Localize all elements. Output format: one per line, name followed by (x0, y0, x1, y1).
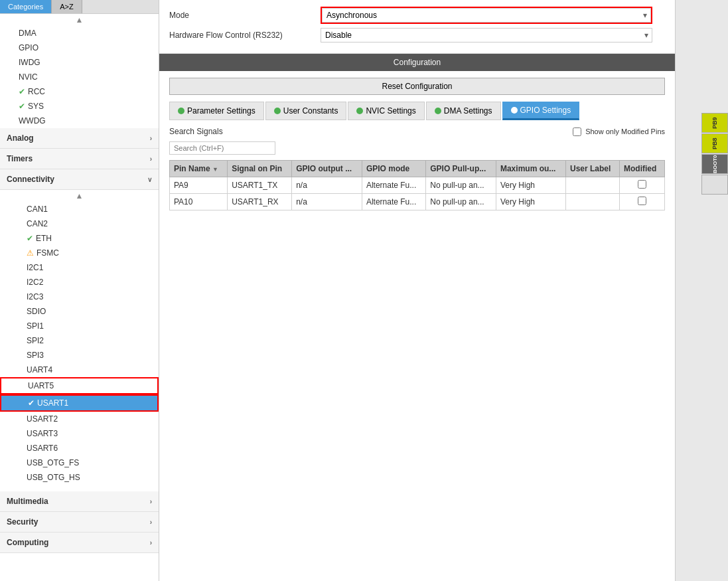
sidebar-item-can2[interactable]: CAN2 (0, 216, 159, 231)
col-gpio-pull[interactable]: GPIO Pull-up... (426, 161, 496, 177)
sidebar-item-sdio[interactable]: SDIO (0, 304, 159, 319)
sidebar-tab-bar: Categories A>Z (0, 0, 159, 14)
i2c1-label: I2C1 (27, 263, 43, 272)
timers-section-header[interactable]: Timers › (0, 149, 159, 169)
security-section-header[interactable]: Security › (0, 512, 159, 533)
gpio-tab-dot (511, 107, 518, 114)
rcc-check-icon: ✔ (19, 87, 25, 96)
connectivity-collapse-arrow[interactable]: ▲ (0, 190, 159, 202)
sidebar-item-eth[interactable]: ✔ ETH (0, 231, 159, 246)
sidebar-item-wwdg[interactable]: WWDG (0, 114, 159, 128)
hw-flow-select-wrapper: Disable (321, 28, 652, 42)
system-core-section: DMA GPIO IWDG NVIC ✔ RCC ✔ SYS WWDG (0, 26, 159, 128)
nvic-tab-label: NVIC Settings (366, 106, 415, 116)
sidebar-item-usb-otg-hs[interactable]: USB_OTG_HS (0, 470, 159, 485)
user-const-tab-dot (274, 108, 281, 114)
modified-checkbox-0[interactable] (638, 180, 646, 189)
hw-flow-row: Hardware Flow Control (RS232) Disable (169, 28, 665, 42)
sidebar-item-spi2[interactable]: SPI2 (0, 333, 159, 348)
analog-section-header[interactable]: Analog › (0, 128, 159, 149)
search-right-area: Show only Modified Pins (573, 127, 665, 136)
col-pin-name[interactable]: Pin Name ▼ (170, 161, 228, 177)
sidebar-item-usart2[interactable]: USART2 (0, 412, 159, 426)
sidebar-item-uart4[interactable]: UART4 (0, 363, 159, 377)
sidebar-item-i2c2[interactable]: I2C2 (0, 275, 159, 290)
cell-gpio-mode-0: Alternate Fu... (362, 177, 425, 194)
mode-select[interactable]: Asynchronous (322, 8, 651, 23)
sidebar-item-i2c1[interactable]: I2C1 (0, 260, 159, 275)
col-modified[interactable]: Modified (620, 161, 665, 177)
cell-modified-0 (620, 177, 665, 194)
iwdg-label: IWDG (19, 58, 40, 67)
tab-user-constants[interactable]: User Constants (265, 102, 347, 120)
sidebar-item-dma[interactable]: DMA (0, 26, 159, 41)
usb-otg-hs-label: USB_OTG_HS (27, 473, 80, 482)
multimedia-section-header[interactable]: Multimedia › (0, 491, 159, 512)
computing-section-header[interactable]: Computing › (0, 533, 159, 553)
search-input[interactable] (169, 141, 275, 155)
reset-config-button[interactable]: Reset Configuration (169, 78, 665, 95)
computing-chevron: › (150, 539, 152, 546)
usb-otg-fs-label: USB_OTG_FS (27, 458, 79, 467)
sidebar-item-nvic[interactable]: NVIC (0, 70, 159, 84)
col-gpio-output[interactable]: GPIO output ... (292, 161, 362, 177)
sidebar-item-usart6[interactable]: USART6 (0, 441, 159, 456)
tab-nvic-settings[interactable]: NVIC Settings (348, 102, 424, 120)
nvic-label: NVIC (19, 72, 38, 82)
can2-label: CAN2 (27, 219, 48, 228)
security-label: Security (7, 517, 38, 527)
rcc-label: RCC (28, 87, 45, 96)
col-user-label[interactable]: User Label (565, 161, 619, 177)
security-chevron: › (150, 519, 152, 526)
timers-label: Timers (7, 154, 33, 163)
tab-parameter-settings[interactable]: Parameter Settings (169, 102, 264, 120)
hw-flow-select[interactable]: Disable (321, 28, 652, 42)
sidebar-item-gpio[interactable]: GPIO (0, 41, 159, 55)
table-row: PA9 USART1_TX n/a Alternate Fu... No pul… (170, 177, 665, 194)
connectivity-section-header[interactable]: Connectivity ∨ (0, 169, 159, 190)
chip-pin-pb8: PB8 (701, 133, 728, 153)
config-panel-header: Configuration (159, 54, 675, 71)
param-tab-label: Parameter Settings (187, 106, 255, 116)
sidebar-item-can1[interactable]: CAN1 (0, 202, 159, 216)
cell-gpio-output-1: n/a (292, 194, 362, 210)
show-modified-checkbox[interactable] (573, 127, 581, 136)
col-gpio-mode[interactable]: GPIO mode (362, 161, 425, 177)
right-chip-panel: PB9 PB8 BOOT0 (675, 0, 728, 581)
cell-max-output-1: Very High (496, 194, 565, 210)
sidebar-item-usart1[interactable]: ✔ USART1 (0, 394, 159, 412)
sidebar-item-i2c3[interactable]: I2C3 (0, 290, 159, 304)
tab-dma-settings[interactable]: DMA Settings (426, 102, 501, 120)
search-input-row (169, 141, 665, 155)
sidebar-item-spi1[interactable]: SPI1 (0, 319, 159, 333)
modified-checkbox-1[interactable] (638, 197, 646, 205)
sidebar-item-sys[interactable]: ✔ SYS (0, 99, 159, 114)
hw-flow-label: Hardware Flow Control (RS232) (169, 31, 315, 40)
sidebar-item-uart5[interactable]: UART5 (0, 377, 159, 394)
sys-check-icon: ✔ (19, 102, 25, 111)
tab-az[interactable]: A>Z (52, 0, 82, 13)
sidebar-item-usb-otg-fs[interactable]: USB_OTG_FS (0, 456, 159, 470)
sidebar-item-usart3[interactable]: USART3 (0, 426, 159, 441)
system-core-collapse[interactable]: ▲ (0, 14, 159, 26)
connectivity-items: CAN1 CAN2 ✔ ETH ⚠ FSMC I2C1 I2C2 I2C3 (0, 202, 159, 485)
sidebar-item-spi3[interactable]: SPI3 (0, 348, 159, 363)
usart1-label: USART1 (37, 398, 68, 408)
connectivity-label: Connectivity (7, 175, 54, 184)
chip-pin-pb9: PB9 (701, 113, 728, 133)
sidebar-item-fsmc[interactable]: ⚠ FSMC (0, 246, 159, 260)
spi2-label: SPI2 (27, 336, 44, 345)
multimedia-label: Multimedia (7, 497, 48, 506)
config-panel-body: Reset Configuration Parameter Settings U… (159, 71, 675, 581)
sidebar-item-rcc[interactable]: ✔ RCC (0, 84, 159, 99)
chip-pin-extra (701, 175, 728, 195)
tab-categories[interactable]: Categories (0, 0, 52, 13)
param-tab-dot (178, 108, 184, 114)
sys-label: SYS (28, 102, 44, 111)
cell-user-label-0 (565, 177, 619, 194)
sidebar-item-iwdg[interactable]: IWDG (0, 55, 159, 70)
search-signals-row: Search Signals Show only Modified Pins (169, 127, 665, 136)
col-signal[interactable]: Signal on Pin (228, 161, 292, 177)
tab-gpio-settings[interactable]: GPIO Settings (502, 102, 580, 120)
col-max-output[interactable]: Maximum ou... (496, 161, 565, 177)
